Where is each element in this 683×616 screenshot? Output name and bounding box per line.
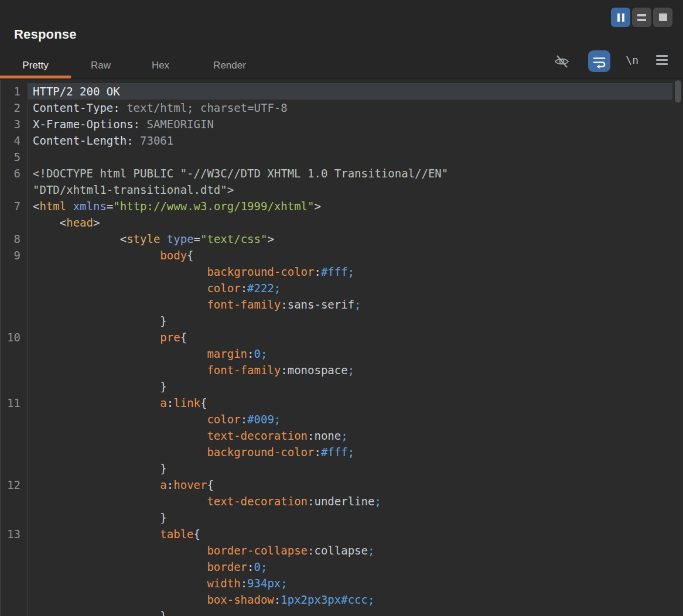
- line-number: [0, 182, 28, 198]
- code-row[interactable]: text-decoration:none;: [0, 427, 672, 444]
- code-line-text: <style type="text/css">: [28, 231, 672, 247]
- code-line-text: background-color:#fff;: [28, 263, 672, 280]
- code-row[interactable]: border-collapse:collapse;: [0, 542, 672, 559]
- code-line-text: }: [28, 509, 672, 526]
- code-row[interactable]: "DTD/xhtml1-transitional.dtd">: [0, 182, 672, 198]
- line-number: 10: [0, 329, 28, 345]
- code-row[interactable]: border:0;: [0, 559, 672, 575]
- line-number: [0, 460, 28, 477]
- code-line-text: Content-Length: 73061: [28, 132, 672, 149]
- code-line-text: margin:0;: [28, 345, 672, 362]
- code-line-text: }: [28, 313, 672, 329]
- rows-icon: [637, 14, 646, 21]
- code-row[interactable]: }: [0, 460, 672, 477]
- eye-slash-icon: [553, 53, 571, 70]
- code-line-text: text-decoration:underline;: [28, 493, 672, 509]
- code-line-text: HTTP/2 200 OK: [28, 83, 672, 100]
- code-line-text: font-family:monospace;: [28, 362, 672, 378]
- code-row[interactable]: background-color:#fff;: [0, 444, 672, 460]
- line-number: [0, 214, 28, 231]
- code-line-text: }: [28, 608, 672, 616]
- code-row[interactable]: font-family:monospace;: [0, 362, 672, 378]
- code-row[interactable]: 12 a:hover{: [0, 477, 672, 493]
- code-row[interactable]: 9 body{: [0, 247, 672, 263]
- line-number: [0, 263, 28, 280]
- line-number: 1: [0, 83, 28, 100]
- code-row[interactable]: box-shadow:1px2px3px#ccc;: [0, 591, 672, 608]
- code-row[interactable]: width:934px;: [0, 575, 672, 591]
- code-row[interactable]: 13 table{: [0, 526, 672, 542]
- line-number: 5: [0, 149, 28, 165]
- code-row[interactable]: 8 <style type="text/css">: [0, 231, 672, 247]
- code-row[interactable]: }: [0, 313, 672, 329]
- view-tabs: Pretty Raw Hex Render: [0, 53, 269, 78]
- tab-render[interactable]: Render: [190, 53, 269, 78]
- tab-raw[interactable]: Raw: [71, 53, 131, 78]
- pause-icon: [617, 13, 624, 22]
- code-line-text: a:hover{: [28, 477, 672, 493]
- line-number: 7: [0, 198, 28, 214]
- line-number: 6: [0, 165, 28, 182]
- split-view-button[interactable]: [632, 8, 651, 27]
- code-row[interactable]: 2Content-Type: text/html; charset=UTF-8: [0, 100, 672, 116]
- code-line-text: pre{: [28, 329, 672, 345]
- code-row[interactable]: }: [0, 509, 672, 526]
- square-icon: [659, 13, 667, 21]
- code-row[interactable]: font-family:sans-serif;: [0, 296, 672, 313]
- code-line-text: X-Frame-Options: SAMEORIGIN: [28, 116, 672, 132]
- vertical-scrollbar-thumb[interactable]: [675, 80, 681, 102]
- tab-hex[interactable]: Hex: [131, 53, 190, 78]
- code-line-text: }: [28, 378, 672, 395]
- code-line-text: width:934px;: [28, 575, 672, 591]
- show-newlines-button[interactable]: \n: [626, 54, 638, 66]
- line-number: [0, 509, 28, 526]
- code-row[interactable]: 10 pre{: [0, 329, 672, 345]
- code-line-text: text-decoration:none;: [28, 427, 672, 444]
- code-row[interactable]: }: [0, 378, 672, 395]
- line-number: [0, 493, 28, 509]
- code-line-text: border-collapse:collapse;: [28, 542, 672, 559]
- line-number: [0, 411, 28, 427]
- code-row[interactable]: }: [0, 608, 672, 616]
- code-line-text: a:link{: [28, 395, 672, 411]
- line-number: [0, 591, 28, 608]
- code-row[interactable]: color:#009;: [0, 411, 672, 427]
- code-row[interactable]: text-decoration:underline;: [0, 493, 672, 509]
- line-number: [0, 378, 28, 395]
- code-line-text: color:#222;: [28, 280, 672, 296]
- line-number: [0, 345, 28, 362]
- tab-pretty[interactable]: Pretty: [0, 53, 71, 78]
- response-body-viewer[interactable]: 1HTTP/2 200 OK2Content-Type: text/html; …: [0, 80, 683, 616]
- word-wrap-icon: [592, 54, 607, 69]
- line-number: 12: [0, 477, 28, 493]
- line-number: [0, 559, 28, 575]
- code-row[interactable]: color:#222;: [0, 280, 672, 296]
- code-row[interactable]: 3X-Frame-Options: SAMEORIGIN: [0, 116, 672, 132]
- code-rows: 1HTTP/2 200 OK2Content-Type: text/html; …: [0, 80, 683, 616]
- hide-toggle-button[interactable]: [553, 53, 571, 70]
- code-row[interactable]: margin:0;: [0, 345, 672, 362]
- code-row[interactable]: 5: [0, 149, 672, 165]
- pause-button[interactable]: [611, 8, 630, 27]
- code-line-text: body{: [28, 247, 672, 263]
- line-number: 11: [0, 395, 28, 411]
- code-row[interactable]: 4Content-Length: 73061: [0, 132, 672, 149]
- line-number: [0, 444, 28, 460]
- code-row[interactable]: 11 a:link{: [0, 395, 672, 411]
- code-row[interactable]: <head>: [0, 214, 672, 231]
- line-number: 4: [0, 132, 28, 149]
- code-row[interactable]: 6<!DOCTYPE html PUBLIC "-//W3C//DTD XHTM…: [0, 165, 672, 182]
- code-line-text: <head>: [28, 214, 672, 231]
- code-row[interactable]: 7<html xmlns="http://www.w3.org/1999/xht…: [0, 198, 672, 214]
- code-row[interactable]: 1HTTP/2 200 OK: [0, 83, 672, 100]
- tab-hex-label: Hex: [152, 60, 169, 71]
- tab-render-label: Render: [213, 60, 246, 71]
- code-line-text: "DTD/xhtml1-transitional.dtd">: [28, 182, 672, 198]
- maximize-button[interactable]: [653, 8, 672, 27]
- code-line-text: color:#009;: [28, 411, 672, 427]
- tab-raw-label: Raw: [91, 60, 111, 71]
- options-menu-button[interactable]: [656, 55, 669, 67]
- line-number: [0, 608, 28, 616]
- word-wrap-toggle-button[interactable]: [588, 50, 610, 72]
- code-row[interactable]: background-color:#fff;: [0, 263, 672, 280]
